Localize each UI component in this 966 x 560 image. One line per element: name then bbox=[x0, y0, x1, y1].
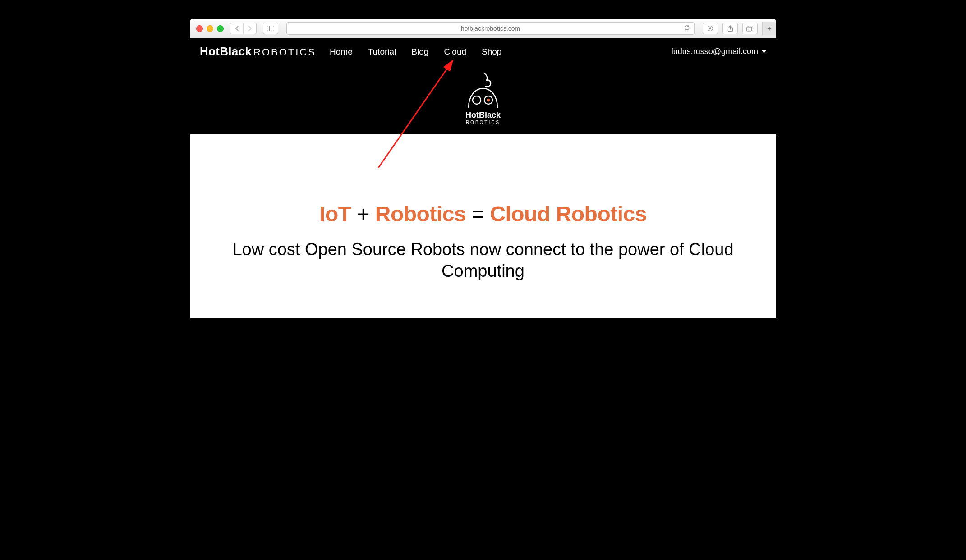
reload-icon[interactable] bbox=[684, 24, 690, 31]
fullscreen-window-button[interactable] bbox=[217, 25, 224, 32]
minimize-window-button[interactable] bbox=[207, 25, 213, 32]
svg-rect-0 bbox=[267, 26, 274, 31]
svg-rect-4 bbox=[747, 27, 752, 31]
svg-point-6 bbox=[473, 96, 481, 104]
downloads-button[interactable] bbox=[703, 23, 718, 34]
svg-rect-5 bbox=[748, 26, 753, 30]
brand-thin: ROBOTICS bbox=[253, 46, 316, 58]
chevron-down-icon bbox=[762, 50, 766, 53]
headline-equals: = bbox=[466, 202, 490, 226]
window-controls bbox=[196, 25, 224, 32]
back-button[interactable] bbox=[230, 23, 244, 34]
main-nav: Home Tutorial Blog Cloud Shop bbox=[330, 47, 501, 57]
nav-blog[interactable]: Blog bbox=[411, 47, 428, 57]
svg-point-8 bbox=[487, 99, 490, 101]
brand-bold: HotBlack bbox=[200, 45, 252, 58]
address-bar[interactable]: hotblackrobotics.com bbox=[286, 22, 695, 35]
hero-subhead: Low cost Open Source Robots now connect … bbox=[193, 239, 773, 282]
sidebar-toggle-button[interactable] bbox=[263, 23, 278, 34]
hero-section: IoT + Robotics = Cloud Robotics Low cost… bbox=[190, 134, 776, 318]
logo-text-line2: ROBOTICS bbox=[460, 120, 506, 125]
browser-titlebar: hotblackrobotics.com ＋ bbox=[190, 19, 776, 38]
nav-tutorial[interactable]: Tutorial bbox=[368, 47, 396, 57]
site-header: HotBlackROBOTICS Home Tutorial Blog Clou… bbox=[190, 38, 776, 65]
share-button[interactable] bbox=[722, 23, 738, 34]
hero-logo-band: HotBlack ROBOTICS bbox=[190, 65, 776, 134]
nav-shop[interactable]: Shop bbox=[482, 47, 501, 57]
headline-accent-3: Cloud Robotics bbox=[490, 202, 647, 226]
robot-icon bbox=[460, 70, 506, 109]
logo-text-line1: HotBlack bbox=[460, 110, 506, 120]
hero-headline: IoT + Robotics = Cloud Robotics bbox=[193, 202, 773, 226]
close-window-button[interactable] bbox=[196, 25, 203, 32]
brand-logo[interactable]: HotBlackROBOTICS bbox=[200, 45, 316, 59]
headline-accent-2: Robotics bbox=[375, 202, 466, 226]
browser-window: hotblackrobotics.com ＋ Ho bbox=[190, 19, 776, 318]
headline-plus: + bbox=[351, 202, 375, 226]
user-email: ludus.russo@gmail.com bbox=[672, 47, 758, 56]
tabs-button[interactable] bbox=[742, 23, 758, 34]
toolbar-right bbox=[703, 23, 758, 34]
forward-button[interactable] bbox=[244, 23, 256, 34]
nav-cloud[interactable]: Cloud bbox=[444, 47, 466, 57]
user-menu[interactable]: ludus.russo@gmail.com bbox=[672, 47, 766, 56]
headline-accent-1: IoT bbox=[319, 202, 351, 226]
url-text: hotblackrobotics.com bbox=[461, 25, 520, 32]
robot-logo: HotBlack ROBOTICS bbox=[460, 70, 506, 125]
nav-back-forward bbox=[230, 23, 257, 34]
new-tab-button[interactable]: ＋ bbox=[762, 22, 776, 35]
nav-home[interactable]: Home bbox=[330, 47, 353, 57]
